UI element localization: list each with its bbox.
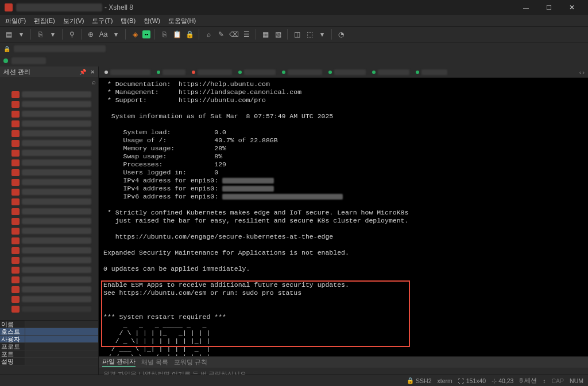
clear-icon[interactable]: ⌫ (229, 29, 239, 40)
addr-blur (14, 45, 106, 52)
prop-desc: 설명 (0, 358, 25, 365)
sidebar-title: 세션 관리 (3, 68, 30, 76)
connect-icon[interactable]: ⎘ (35, 29, 45, 40)
sidebar: 세션 관리 📌 ✕ ⌕ (0, 67, 99, 380)
terminal-tab[interactable] (413, 68, 450, 77)
scroll-left-icon[interactable]: ‹ (579, 69, 582, 76)
split-v-icon[interactable]: ◫ (292, 29, 302, 40)
app-icon (5, 3, 13, 11)
prop-name: 이름 (0, 321, 25, 328)
layout-dd-icon[interactable]: ▾ (317, 29, 327, 40)
menu-edit[interactable]: 편집(E) (32, 15, 57, 26)
tabname-blur[interactable] (11, 57, 46, 64)
menu-file[interactable]: 파일(F) (3, 15, 28, 26)
globe-icon[interactable]: ⊕ (86, 29, 96, 40)
tab-channels[interactable]: 채널 목록 (141, 358, 168, 366)
tile-icon[interactable]: ▦ (260, 29, 270, 40)
xagent-icon[interactable]: ◈ (130, 29, 140, 40)
prop-proto: 프로토콜 (0, 343, 25, 350)
addressbar: 🔒 (0, 42, 588, 55)
status-dot (3, 59, 8, 63)
tab-filemanager[interactable]: 파일 관리자 (102, 357, 136, 367)
close-button[interactable] (560, 0, 583, 15)
sidebar-header: 세션 관리 📌 ✕ (0, 67, 98, 77)
pos-icon: ⊹ (492, 377, 497, 384)
prop-user: 사용자 이름 (0, 336, 25, 343)
find-icon[interactable]: ⌕ (203, 29, 214, 40)
terminal-tab[interactable] (326, 68, 368, 77)
lock-icon[interactable]: 🔒 (184, 29, 195, 40)
size-icon: ⛶ (458, 377, 465, 384)
edit-icon[interactable]: ✎ (216, 29, 226, 40)
session-tree[interactable] (0, 87, 98, 320)
terminal-tab[interactable] (370, 68, 412, 77)
statusbar: 🔒SSH2 xterm ⛶151x40 ⊹40,23 8 세션 ↕ CAP NU… (0, 375, 588, 386)
terminal-tab[interactable] (102, 68, 153, 77)
terminal-tab[interactable] (189, 68, 234, 77)
terminal[interactable]: * Documentation: https://help.ubuntu.com… (99, 78, 588, 356)
ssh-icon: 🔒 (407, 377, 414, 384)
tabstrip (0, 55, 588, 67)
menu-view[interactable]: 보기(V) (61, 15, 86, 26)
menu-tab[interactable]: 탭(B) (119, 15, 137, 26)
green-icon[interactable]: ▪▪ (142, 30, 150, 38)
new-session-icon[interactable]: ▤ (3, 29, 14, 40)
terminal-tab[interactable] (236, 68, 278, 77)
dropdown-icon[interactable]: ▾ (16, 29, 26, 40)
chat-icon[interactable]: ◔ (336, 29, 346, 40)
terminal-tab[interactable] (280, 68, 324, 77)
paste-icon[interactable]: 📋 (172, 29, 182, 40)
terminal-tab[interactable] (154, 68, 188, 77)
addr-lock-icon: 🔒 (3, 46, 10, 52)
menubar: 파일(F) 편집(E) 보기(V) 도구(T) 탭(B) 창(W) 도움말(H) (0, 15, 588, 26)
prop-port: 포트 (0, 350, 25, 358)
pin-icon[interactable]: 📌 (79, 69, 86, 75)
tab-forwarding[interactable]: 포워딩 규칙 (174, 358, 207, 366)
window-title: - Xshell 8 (105, 3, 133, 11)
split-h-icon[interactable]: ⬚ (304, 29, 315, 40)
content-tabs: ‹› (99, 67, 588, 78)
prop-host: 호스트 (0, 328, 25, 336)
list-icon[interactable]: ☰ (241, 29, 252, 40)
font-icon[interactable]: Aa (98, 29, 109, 40)
menu-window[interactable]: 창(W) (142, 15, 162, 26)
close-panel-icon[interactable]: ✕ (90, 69, 95, 75)
minimize-button[interactable] (514, 0, 537, 15)
bottom-tabs: 파일 관리자 채널 목록 포워딩 규칙 (99, 356, 588, 368)
menu-help[interactable]: 도움말(H) (167, 15, 198, 26)
title-blur (16, 3, 102, 11)
dropdown3-icon[interactable]: ▾ (111, 29, 121, 40)
copy-icon[interactable]: ⎘ (159, 29, 169, 40)
toolbar: ▤ ▾ ⎘ ▾ ⚲ ⊕ Aa ▾ ◈ ▪▪ ⎘ 📋 🔒 ⌕ ✎ ⌫ ☰ ▦ ▧ … (0, 26, 588, 42)
menu-tools[interactable]: 도구(T) (90, 15, 114, 26)
maximize-button[interactable] (537, 0, 560, 15)
dropdown2-icon[interactable]: ▾ (48, 29, 58, 40)
tile2-icon[interactable]: ▧ (273, 29, 283, 40)
titlebar: - Xshell 8 (0, 0, 588, 15)
property-grid: 이름 호스트 사용자 이름 프로토콜 포트 설명 (0, 320, 98, 380)
search-icon[interactable]: ⌕ (92, 79, 96, 85)
link-icon[interactable]: ⚲ (67, 29, 77, 40)
scroll-right-icon[interactable]: › (582, 69, 585, 76)
